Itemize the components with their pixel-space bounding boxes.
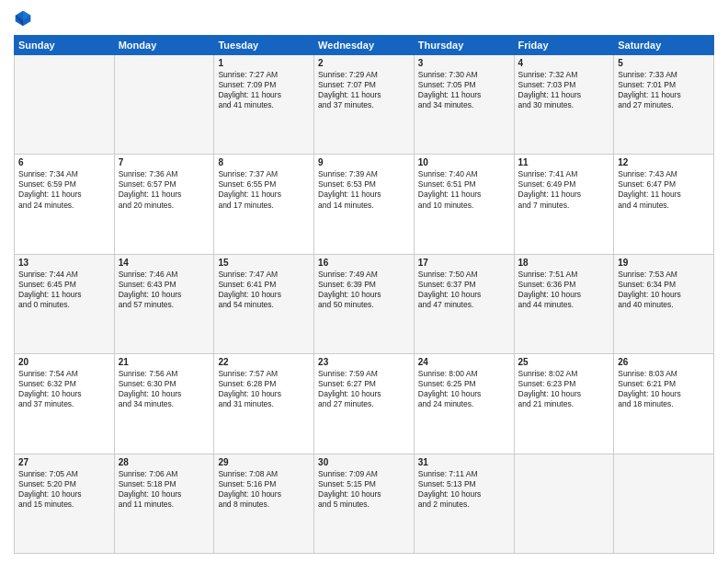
cell-4-2: 21Sunrise: 7:56 AM Sunset: 6:30 PM Dayli… bbox=[114, 354, 214, 454]
cell-2-3: 8Sunrise: 7:37 AM Sunset: 6:55 PM Daylig… bbox=[214, 155, 314, 254]
day-number: 10 bbox=[418, 157, 510, 167]
cell-content: Sunrise: 8:00 AM Sunset: 6:25 PM Dayligh… bbox=[418, 369, 510, 409]
cell-content: Sunrise: 7:54 AM Sunset: 6:32 PM Dayligh… bbox=[18, 369, 110, 409]
cell-4-5: 24Sunrise: 8:00 AM Sunset: 6:25 PM Dayli… bbox=[414, 354, 514, 454]
cell-4-3: 22Sunrise: 7:57 AM Sunset: 6:28 PM Dayli… bbox=[214, 354, 314, 454]
col-header-sunday: Sunday bbox=[15, 36, 115, 55]
cell-content: Sunrise: 7:09 AM Sunset: 5:15 PM Dayligh… bbox=[318, 469, 410, 510]
cell-4-4: 23Sunrise: 7:59 AM Sunset: 6:27 PM Dayli… bbox=[314, 354, 415, 454]
day-number: 8 bbox=[218, 157, 310, 167]
col-header-thursday: Thursday bbox=[414, 36, 514, 55]
cell-5-2: 28Sunrise: 7:06 AM Sunset: 5:18 PM Dayli… bbox=[114, 454, 214, 553]
cell-content: Sunrise: 7:30 AM Sunset: 7:05 PM Dayligh… bbox=[418, 70, 510, 110]
cell-content: Sunrise: 7:32 AM Sunset: 7:03 PM Dayligh… bbox=[518, 70, 610, 110]
day-number: 5 bbox=[618, 58, 710, 68]
cell-content: Sunrise: 7:49 AM Sunset: 6:39 PM Dayligh… bbox=[318, 270, 410, 310]
cell-content: Sunrise: 7:59 AM Sunset: 6:27 PM Dayligh… bbox=[318, 369, 410, 409]
col-header-tuesday: Tuesday bbox=[214, 36, 314, 55]
day-number: 29 bbox=[218, 457, 310, 467]
cell-content: Sunrise: 7:53 AM Sunset: 6:34 PM Dayligh… bbox=[618, 270, 710, 310]
cell-1-7: 5Sunrise: 7:33 AM Sunset: 7:01 PM Daylig… bbox=[614, 55, 714, 155]
cell-content: Sunrise: 7:56 AM Sunset: 6:30 PM Dayligh… bbox=[119, 369, 210, 409]
week-row-1: 1Sunrise: 7:27 AM Sunset: 7:09 PM Daylig… bbox=[15, 55, 714, 155]
cell-5-1: 27Sunrise: 7:05 AM Sunset: 5:20 PM Dayli… bbox=[15, 454, 115, 553]
cell-3-5: 17Sunrise: 7:50 AM Sunset: 6:37 PM Dayli… bbox=[414, 254, 514, 353]
cell-2-1: 6Sunrise: 7:34 AM Sunset: 6:59 PM Daylig… bbox=[15, 155, 115, 254]
calendar-table: SundayMondayTuesdayWednesdayThursdayFrid… bbox=[14, 35, 714, 554]
cell-2-6: 11Sunrise: 7:41 AM Sunset: 6:49 PM Dayli… bbox=[514, 155, 614, 254]
cell-1-3: 1Sunrise: 7:27 AM Sunset: 7:09 PM Daylig… bbox=[214, 55, 314, 155]
cell-3-3: 15Sunrise: 7:47 AM Sunset: 6:41 PM Dayli… bbox=[214, 254, 314, 353]
day-number: 17 bbox=[418, 258, 510, 268]
day-number: 1 bbox=[218, 58, 310, 68]
cell-content: Sunrise: 7:51 AM Sunset: 6:36 PM Dayligh… bbox=[518, 270, 610, 310]
col-header-wednesday: Wednesday bbox=[314, 36, 415, 55]
cell-content: Sunrise: 7:47 AM Sunset: 6:41 PM Dayligh… bbox=[218, 270, 310, 310]
cell-content: Sunrise: 7:44 AM Sunset: 6:45 PM Dayligh… bbox=[18, 270, 110, 310]
day-number: 25 bbox=[518, 357, 610, 367]
cell-1-4: 2Sunrise: 7:29 AM Sunset: 7:07 PM Daylig… bbox=[314, 55, 415, 155]
cell-3-1: 13Sunrise: 7:44 AM Sunset: 6:45 PM Dayli… bbox=[15, 254, 115, 353]
cell-content: Sunrise: 7:27 AM Sunset: 7:09 PM Dayligh… bbox=[218, 70, 310, 110]
header bbox=[14, 9, 714, 28]
page: SundayMondayTuesdayWednesdayThursdayFrid… bbox=[0, 0, 728, 563]
col-header-friday: Friday bbox=[514, 36, 614, 55]
week-row-3: 13Sunrise: 7:44 AM Sunset: 6:45 PM Dayli… bbox=[15, 254, 714, 353]
cell-5-7 bbox=[614, 454, 714, 553]
day-number: 21 bbox=[119, 357, 210, 367]
cell-4-7: 26Sunrise: 8:03 AM Sunset: 6:21 PM Dayli… bbox=[614, 354, 714, 454]
cell-content: Sunrise: 8:02 AM Sunset: 6:23 PM Dayligh… bbox=[518, 369, 610, 409]
day-number: 15 bbox=[218, 258, 310, 268]
day-number: 28 bbox=[119, 457, 210, 467]
cell-3-7: 19Sunrise: 7:53 AM Sunset: 6:34 PM Dayli… bbox=[614, 254, 714, 353]
day-number: 19 bbox=[618, 258, 710, 268]
day-number: 4 bbox=[518, 58, 610, 68]
cell-2-4: 9Sunrise: 7:39 AM Sunset: 6:53 PM Daylig… bbox=[314, 155, 415, 254]
cell-content: Sunrise: 7:06 AM Sunset: 5:18 PM Dayligh… bbox=[119, 469, 210, 510]
day-number: 12 bbox=[618, 157, 710, 167]
cell-content: Sunrise: 7:29 AM Sunset: 7:07 PM Dayligh… bbox=[318, 70, 410, 110]
cell-1-6: 4Sunrise: 7:32 AM Sunset: 7:03 PM Daylig… bbox=[514, 55, 614, 155]
header-row: SundayMondayTuesdayWednesdayThursdayFrid… bbox=[15, 36, 714, 55]
cell-1-1 bbox=[15, 55, 115, 155]
day-number: 11 bbox=[518, 157, 610, 167]
cell-4-6: 25Sunrise: 8:02 AM Sunset: 6:23 PM Dayli… bbox=[514, 354, 614, 454]
cell-5-4: 30Sunrise: 7:09 AM Sunset: 5:15 PM Dayli… bbox=[314, 454, 415, 553]
cell-content: Sunrise: 8:03 AM Sunset: 6:21 PM Dayligh… bbox=[618, 369, 710, 409]
day-number: 3 bbox=[418, 58, 510, 68]
cell-content: Sunrise: 7:37 AM Sunset: 6:55 PM Dayligh… bbox=[218, 169, 310, 210]
cell-content: Sunrise: 7:08 AM Sunset: 5:16 PM Dayligh… bbox=[218, 469, 310, 510]
day-number: 14 bbox=[119, 258, 210, 268]
day-number: 16 bbox=[318, 258, 410, 268]
cell-content: Sunrise: 7:33 AM Sunset: 7:01 PM Dayligh… bbox=[618, 70, 710, 110]
cell-content: Sunrise: 7:05 AM Sunset: 5:20 PM Dayligh… bbox=[18, 469, 110, 510]
day-number: 18 bbox=[518, 258, 610, 268]
cell-content: Sunrise: 7:50 AM Sunset: 6:37 PM Dayligh… bbox=[418, 270, 510, 310]
day-number: 23 bbox=[318, 357, 410, 367]
col-header-saturday: Saturday bbox=[614, 36, 714, 55]
cell-content: Sunrise: 7:43 AM Sunset: 6:47 PM Dayligh… bbox=[618, 169, 710, 210]
cell-content: Sunrise: 7:34 AM Sunset: 6:59 PM Dayligh… bbox=[18, 169, 110, 210]
day-number: 20 bbox=[18, 357, 110, 367]
day-number: 2 bbox=[318, 58, 410, 68]
day-number: 6 bbox=[18, 157, 110, 167]
logo-icon bbox=[14, 9, 32, 28]
cell-2-2: 7Sunrise: 7:36 AM Sunset: 6:57 PM Daylig… bbox=[114, 155, 214, 254]
day-number: 26 bbox=[618, 357, 710, 367]
day-number: 22 bbox=[218, 357, 310, 367]
day-number: 7 bbox=[119, 157, 210, 167]
day-number: 31 bbox=[418, 457, 510, 467]
logo bbox=[14, 9, 34, 28]
cell-content: Sunrise: 7:41 AM Sunset: 6:49 PM Dayligh… bbox=[518, 169, 610, 210]
day-number: 9 bbox=[318, 157, 410, 167]
cell-content: Sunrise: 7:57 AM Sunset: 6:28 PM Dayligh… bbox=[218, 369, 310, 409]
cell-content: Sunrise: 7:39 AM Sunset: 6:53 PM Dayligh… bbox=[318, 169, 410, 210]
cell-1-5: 3Sunrise: 7:30 AM Sunset: 7:05 PM Daylig… bbox=[414, 55, 514, 155]
cell-content: Sunrise: 7:36 AM Sunset: 6:57 PM Dayligh… bbox=[119, 169, 210, 210]
cell-3-6: 18Sunrise: 7:51 AM Sunset: 6:36 PM Dayli… bbox=[514, 254, 614, 353]
cell-4-1: 20Sunrise: 7:54 AM Sunset: 6:32 PM Dayli… bbox=[15, 354, 115, 454]
cell-1-2 bbox=[114, 55, 214, 155]
week-row-2: 6Sunrise: 7:34 AM Sunset: 6:59 PM Daylig… bbox=[15, 155, 714, 254]
col-header-monday: Monday bbox=[114, 36, 214, 55]
cell-content: Sunrise: 7:11 AM Sunset: 5:13 PM Dayligh… bbox=[418, 469, 510, 510]
